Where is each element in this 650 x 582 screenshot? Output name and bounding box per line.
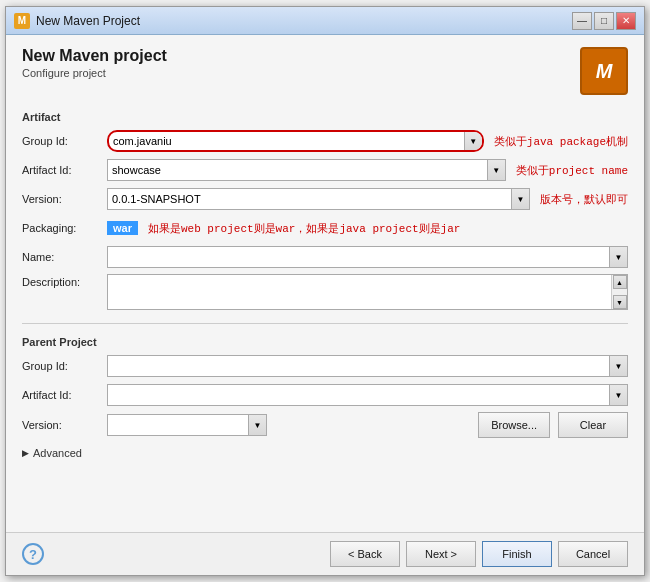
name-dropdown[interactable]: ▼ (609, 247, 627, 267)
group-id-field: com.javaniu ▼ 类似于java package机制 (107, 130, 628, 152)
parent-section-label: Parent Project (22, 336, 628, 348)
group-id-annotation: 类似于java package机制 (494, 134, 628, 149)
parent-artifact-id-dropdown[interactable]: ▼ (609, 385, 627, 405)
parent-group-id-row: Group Id: ▼ (22, 354, 628, 378)
maven-logo: M (580, 47, 628, 95)
next-button[interactable]: Next > (406, 541, 476, 567)
artifact-id-row: Artifact Id: showcase ▼ 类似于project name (22, 158, 628, 182)
artifact-id-annotation: 类似于project name (516, 163, 628, 178)
parent-version-dropdown[interactable]: ▼ (248, 415, 266, 435)
artifact-id-dropdown[interactable]: ▼ (487, 160, 505, 180)
parent-version-field: ▼ Browse... Clear (107, 412, 628, 438)
description-row: Description: ▲ ▼ (22, 274, 628, 310)
finish-button[interactable]: Finish (482, 541, 552, 567)
description-scroll-up[interactable]: ▲ (613, 275, 627, 289)
parent-group-id-label: Group Id: (22, 360, 107, 372)
artifact-id-label: Artifact Id: (22, 164, 107, 176)
version-annotation: 版本号，默认即可 (540, 192, 628, 207)
packaging-value: war (107, 221, 138, 235)
version-field: 0.0.1-SNAPSHOT ▼ 版本号，默认即可 (107, 188, 628, 210)
name-combo[interactable]: ▼ (107, 246, 628, 268)
artifact-section-label: Artifact (22, 111, 628, 123)
parent-group-id-dropdown[interactable]: ▼ (609, 356, 627, 376)
version-row: Version: 0.0.1-SNAPSHOT ▼ 版本号，默认即可 (22, 187, 628, 211)
parent-version-row: Version: ▼ Browse... Clear (22, 412, 628, 438)
dialog-footer: ? < Back Next > Finish Cancel (6, 532, 644, 575)
clear-button[interactable]: Clear (558, 412, 628, 438)
parent-artifact-id-row: Artifact Id: ▼ (22, 383, 628, 407)
version-dropdown[interactable]: ▼ (511, 189, 529, 209)
parent-group-id-field: ▼ (107, 355, 628, 377)
help-button[interactable]: ? (22, 543, 44, 565)
packaging-field: war 如果是web project则是war，如果是java project则… (107, 221, 628, 236)
packaging-annotation: 如果是web project则是war，如果是java project则是jar (148, 221, 460, 236)
group-id-dropdown[interactable]: ▼ (464, 132, 482, 150)
name-row: Name: ▼ (22, 245, 628, 269)
artifact-id-value: showcase (108, 164, 487, 176)
version-combo[interactable]: 0.0.1-SNAPSHOT ▼ (107, 188, 530, 210)
advanced-section[interactable]: ▶ Advanced (22, 447, 628, 459)
packaging-row: Packaging: war 如果是web project则是war，如果是ja… (22, 216, 628, 240)
titlebar: M New Maven Project — □ ✕ (6, 7, 644, 35)
group-id-label: Group Id: (22, 135, 107, 147)
footer-left: ? (22, 543, 44, 565)
advanced-triangle-icon: ▶ (22, 448, 29, 458)
description-scroll-down[interactable]: ▼ (613, 295, 627, 309)
parent-artifact-id-field: ▼ (107, 384, 628, 406)
page-subtitle: Configure project (22, 67, 580, 79)
artifact-id-combo[interactable]: showcase ▼ (107, 159, 506, 181)
main-window: M New Maven Project — □ ✕ New Maven proj… (5, 6, 645, 576)
footer-right: < Back Next > Finish Cancel (330, 541, 628, 567)
parent-artifact-id-combo[interactable]: ▼ (107, 384, 628, 406)
advanced-label: Advanced (33, 447, 82, 459)
artifact-id-field: showcase ▼ 类似于project name (107, 159, 628, 181)
name-label: Name: (22, 251, 107, 263)
group-id-value: com.javaniu (109, 135, 464, 147)
description-field: ▲ ▼ (107, 274, 628, 310)
header-text: New Maven project Configure project (22, 47, 580, 79)
group-id-combo[interactable]: com.javaniu ▼ (107, 130, 484, 152)
cancel-button[interactable]: Cancel (558, 541, 628, 567)
browse-button[interactable]: Browse... (478, 412, 550, 438)
minimize-button[interactable]: — (572, 12, 592, 30)
close-button[interactable]: ✕ (616, 12, 636, 30)
page-title: New Maven project (22, 47, 580, 65)
description-textarea[interactable] (108, 275, 611, 309)
window-title: New Maven Project (36, 14, 572, 28)
dialog-header: New Maven project Configure project M (22, 47, 628, 95)
version-value: 0.0.1-SNAPSHOT (108, 193, 511, 205)
description-label: Description: (22, 274, 107, 288)
dialog-content: New Maven project Configure project M Ar… (6, 35, 644, 532)
parent-artifact-id-label: Artifact Id: (22, 389, 107, 401)
window-controls: — □ ✕ (572, 12, 636, 30)
parent-version-label: Version: (22, 419, 107, 431)
packaging-label: Packaging: (22, 222, 107, 234)
group-id-row: Group Id: com.javaniu ▼ 类似于java package机… (22, 129, 628, 153)
maximize-button[interactable]: □ (594, 12, 614, 30)
divider-1 (22, 323, 628, 324)
back-button[interactable]: < Back (330, 541, 400, 567)
parent-version-combo[interactable]: ▼ (107, 414, 267, 436)
window-icon: M (14, 13, 30, 29)
name-field: ▼ (107, 246, 628, 268)
parent-group-id-combo[interactable]: ▼ (107, 355, 628, 377)
version-label: Version: (22, 193, 107, 205)
